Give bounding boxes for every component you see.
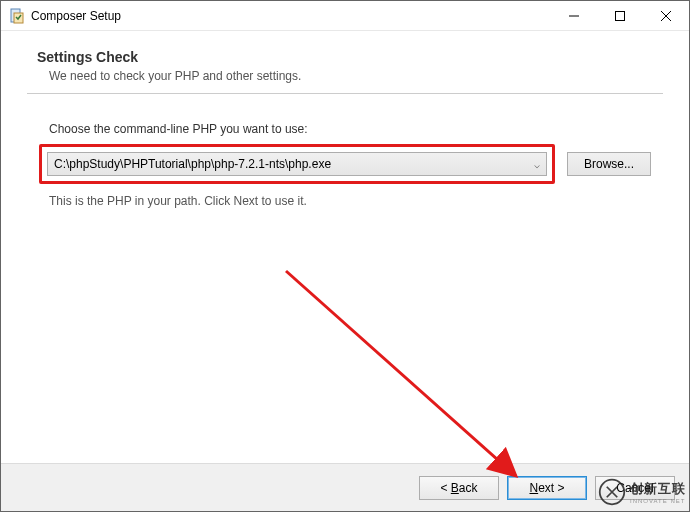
back-button[interactable]: < Back [419, 476, 499, 500]
back-label: < Back [440, 481, 477, 495]
browse-label: Browse... [584, 157, 634, 171]
divider [27, 93, 663, 94]
annotation-arrow [281, 266, 541, 496]
minimize-button[interactable] [551, 1, 597, 31]
cancel-label: Cancel [616, 481, 653, 495]
next-label: Next > [529, 481, 564, 495]
titlebar: Composer Setup [1, 1, 689, 31]
page-heading: Settings Check [37, 49, 663, 65]
page-subheading: We need to check your PHP and other sett… [49, 69, 663, 83]
php-prompt-label: Choose the command-line PHP you want to … [49, 122, 663, 136]
maximize-button[interactable] [597, 1, 643, 31]
footer-bar: < Back Next > Cancel [1, 463, 689, 511]
window-title: Composer Setup [31, 9, 121, 23]
next-button[interactable]: Next > [507, 476, 587, 500]
chevron-down-icon: ⌵ [534, 159, 540, 170]
cancel-button[interactable]: Cancel [595, 476, 675, 500]
php-note: This is the PHP in your path. Click Next… [49, 194, 663, 208]
php-highlight-box: C:\phpStudy\PHPTutorial\php\php-7.2.1-nt… [39, 144, 555, 184]
php-path-value: C:\phpStudy\PHPTutorial\php\php-7.2.1-nt… [54, 157, 331, 171]
content-area: Settings Check We need to check your PHP… [1, 31, 689, 463]
svg-rect-3 [616, 11, 625, 20]
window-controls [551, 1, 689, 31]
svg-line-6 [286, 271, 516, 476]
close-button[interactable] [643, 1, 689, 31]
installer-window: Composer Setup Settings Check We need to… [0, 0, 690, 512]
browse-button[interactable]: Browse... [567, 152, 651, 176]
app-icon [9, 8, 25, 24]
php-selector-row: C:\phpStudy\PHPTutorial\php\php-7.2.1-nt… [39, 144, 651, 184]
php-path-combobox[interactable]: C:\phpStudy\PHPTutorial\php\php-7.2.1-nt… [47, 152, 547, 176]
